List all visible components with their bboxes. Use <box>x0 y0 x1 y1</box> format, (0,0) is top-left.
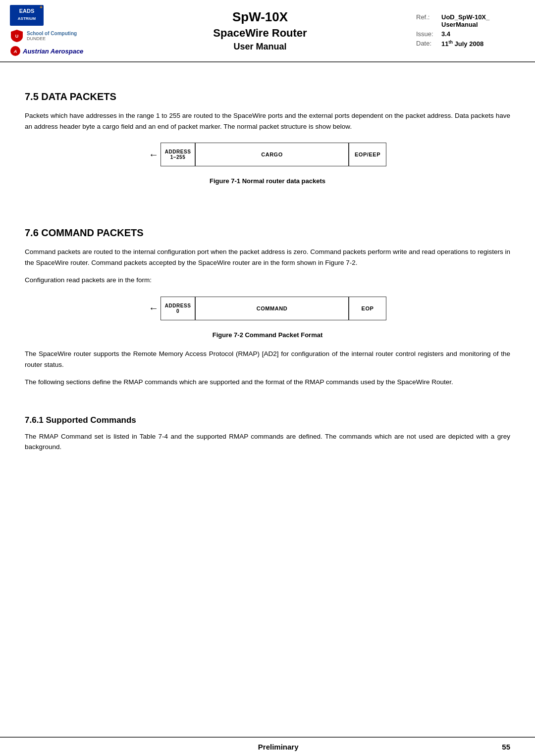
dundee-shield-icon: U <box>10 29 24 43</box>
diagram2-address-box: ADDRESS 0 <box>160 297 195 320</box>
issue-label: Issue: <box>416 30 438 38</box>
packet-diagram-2: ← ADDRESS 0 COMMAND EOP <box>25 297 510 320</box>
date-label: Date: <box>416 40 438 48</box>
diagram1-cargo-box: CARGO <box>195 143 349 166</box>
svg-text:EADS: EADS <box>19 8 35 14</box>
issue-value: 3.4 <box>441 30 450 38</box>
diagram1-address-box: ADDRESS 1–255 <box>160 143 195 166</box>
doc-title-manual: User Manual <box>104 42 416 52</box>
section-76-para4: The following sections define the RMAP c… <box>25 377 510 388</box>
logos-area: EADS + ASTRIUM U School of Computing DUN… <box>10 5 104 56</box>
austrian-text: Austrian Aerospace <box>23 48 83 55</box>
svg-text:U: U <box>15 34 19 39</box>
ref-row: Ref.: UoD_SpW-10X_ UserManual <box>416 13 525 28</box>
doc-title-sub: SpaceWire Router <box>104 27 416 40</box>
section-75-para1: Packets which have addresses in the rang… <box>25 110 510 132</box>
issue-row: Issue: 3.4 <box>416 30 525 38</box>
section-76-heading: 7.6 COMMAND PACKETS <box>25 227 510 239</box>
austrian-icon: A <box>10 46 21 56</box>
svg-text:A: A <box>13 49 17 54</box>
footer-preliminary: Preliminary <box>54 743 502 751</box>
main-content: 7.5 DATA PACKETS Packets which have addr… <box>0 62 535 499</box>
footer-page-number: 55 <box>502 743 510 751</box>
doc-title-main: SpW-10X <box>104 9 416 25</box>
page-footer: Preliminary 55 <box>0 737 535 756</box>
section-76-para3: The SpaceWire router supports the Remote… <box>25 349 510 370</box>
eads-svg-icon: EADS + ASTRIUM <box>10 5 44 26</box>
diagram2-arrow: ← <box>149 302 159 314</box>
figure1-caption: Figure 7-1 Normal router data packets <box>25 177 510 185</box>
page-header: EADS + ASTRIUM U School of Computing DUN… <box>0 0 535 62</box>
diagram1-eop-box: EOP/EEP <box>349 143 386 166</box>
eads-logo: EADS + ASTRIUM <box>10 5 104 26</box>
section-75-heading: 7.5 DATA PACKETS <box>25 91 510 102</box>
section-761-heading: 7.6.1 Supported Commands <box>25 415 510 425</box>
dundee-line1: School of Computing <box>27 31 77 36</box>
header-title-area: SpW-10X SpaceWire Router User Manual <box>104 5 416 56</box>
svg-text:+: + <box>40 5 43 10</box>
dundee-logo: U School of Computing DUNDEE <box>10 29 104 43</box>
date-row: Date: 11th July 2008 <box>416 40 525 48</box>
austrian-logo: A Austrian Aerospace <box>10 46 104 56</box>
date-value: 11th July 2008 <box>441 40 483 48</box>
ref-label: Ref.: <box>416 13 438 28</box>
ref-value: UoD_SpW-10X_ UserManual <box>441 13 489 28</box>
header-meta-area: Ref.: UoD_SpW-10X_ UserManual Issue: 3.4… <box>416 5 525 56</box>
packet-diagram-1: ← ADDRESS 1–255 CARGO EOP/EEP <box>25 143 510 166</box>
section-761-para1: The RMAP Command set is listed in Table … <box>25 431 510 453</box>
dundee-line2: DUNDEE <box>27 36 77 41</box>
section-76-para2: Configuration read packets are in the fo… <box>25 275 510 286</box>
diagram2-command-box: COMMAND <box>195 297 349 320</box>
figure2-caption: Figure 7-2 Command Packet Format <box>25 331 510 339</box>
diagram2-eop-box: EOP <box>349 297 386 320</box>
svg-text:ASTRIUM: ASTRIUM <box>18 16 36 21</box>
section-76-para1: Command packets are routed to the intern… <box>25 247 510 268</box>
diagram1-arrow: ← <box>149 149 159 160</box>
dundee-text: School of Computing DUNDEE <box>27 31 77 41</box>
